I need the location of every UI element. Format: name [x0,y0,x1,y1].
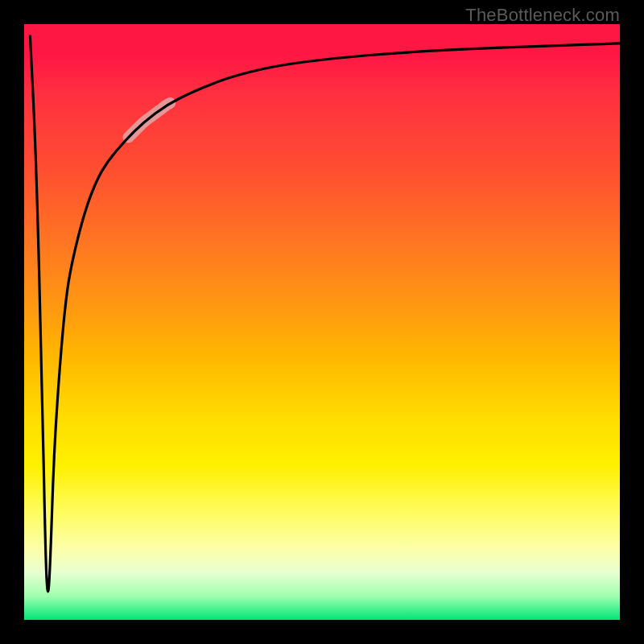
plot-area [24,24,620,620]
bottleneck-curve [30,36,620,592]
chart-frame: TheBottleneck.com [0,0,644,644]
attribution-text: TheBottleneck.com [465,5,620,26]
curve-layer [24,24,620,620]
